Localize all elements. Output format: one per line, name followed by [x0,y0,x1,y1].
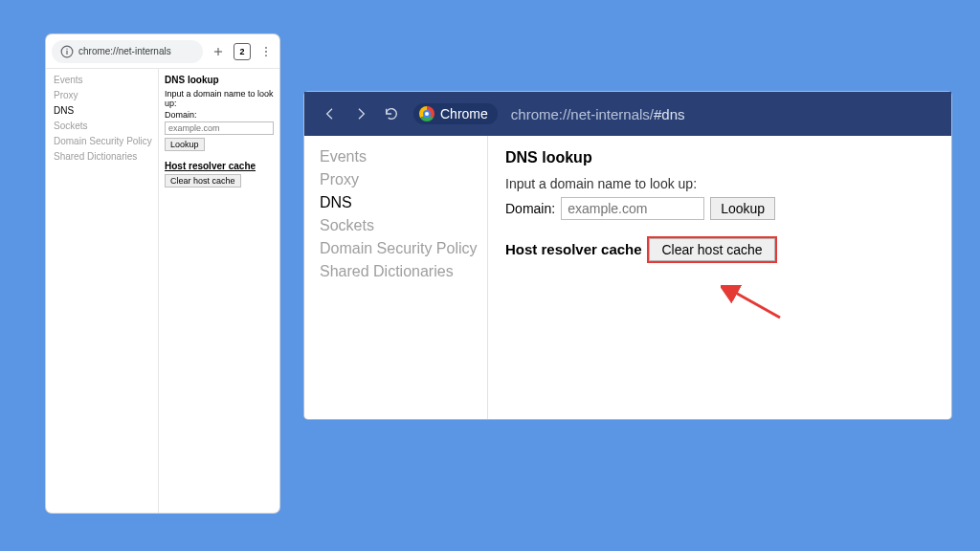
sidebar: Events Proxy DNS Sockets Domain Security… [304,136,488,419]
sidebar-item-proxy[interactable]: Proxy [50,88,158,103]
domain-label: Domain: [505,201,555,216]
browser-window-large: Chrome chrome://net-internals/#dns Event… [304,92,951,419]
sidebar-item-dns[interactable]: DNS [320,191,487,214]
clear-host-cache-button[interactable]: Clear host cache [165,174,241,187]
sidebar-item-proxy[interactable]: Proxy [320,168,487,191]
sidebar-item-sockets[interactable]: Sockets [320,214,487,237]
kebab-menu-icon[interactable] [258,44,274,59]
tab-bar: chrome://net-internals 2 [46,34,279,69]
host-resolver-cache-heading: Host resolver cache [165,161,274,171]
info-icon [59,44,75,59]
window-body: Events Proxy DNS Sockets Domain Security… [304,136,951,419]
back-button[interactable] [322,105,339,122]
forward-button[interactable] [352,105,369,122]
chrome-top-bar: Chrome chrome://net-internals/#dns [304,92,951,136]
svg-point-6 [265,51,267,53]
sidebar-item-shared-dictionaries[interactable]: Shared Dictionaries [320,260,487,283]
svg-point-7 [265,55,267,56]
host-resolver-cache-heading: Host resolver cache [505,241,642,257]
sidebar-item-domain-security-policy[interactable]: Domain Security Policy [50,134,158,149]
browser-window-small: chrome://net-internals 2 Events Proxy DN… [46,34,279,513]
sidebar-item-sockets[interactable]: Sockets [50,119,158,134]
chrome-chip-label: Chrome [440,106,488,121]
address-bar[interactable]: chrome://net-internals/#dns [511,106,685,122]
window-body: Events Proxy DNS Sockets Domain Security… [46,69,279,513]
dns-lookup-instruction: Input a domain name to look up: [165,89,274,108]
clear-host-cache-button[interactable]: Clear host cache [649,238,774,261]
address-bar[interactable]: chrome://net-internals [52,40,203,63]
sidebar-item-events[interactable]: Events [50,73,158,88]
tab-count-button[interactable]: 2 [234,43,251,60]
sidebar-item-events[interactable]: Events [320,145,487,168]
sidebar: Events Proxy DNS Sockets Domain Security… [46,69,159,513]
sidebar-item-domain-security-policy[interactable]: Domain Security Policy [320,237,487,260]
svg-point-5 [265,46,267,48]
domain-input[interactable] [165,121,274,135]
chrome-chip: Chrome [413,103,498,124]
dns-lookup-heading: DNS lookup [505,149,934,166]
lookup-button[interactable]: Lookup [710,197,775,220]
url-base: chrome://net-internals/ [511,106,654,122]
main-pane: DNS lookup Input a domain name to look u… [159,69,279,513]
domain-label: Domain: [165,110,274,120]
dns-lookup-instruction: Input a domain name to look up: [505,176,934,191]
domain-input[interactable] [561,197,704,220]
new-tab-button[interactable] [211,44,226,59]
url-text: chrome://net-internals [78,46,171,56]
sidebar-item-shared-dictionaries[interactable]: Shared Dictionaries [50,149,158,165]
main-pane: DNS lookup Input a domain name to look u… [488,136,951,419]
sidebar-item-dns[interactable]: DNS [50,103,158,119]
reload-button[interactable] [383,105,400,122]
svg-point-2 [66,48,67,49]
dns-lookup-heading: DNS lookup [165,75,274,85]
url-fragment: #dns [654,106,685,122]
lookup-button[interactable]: Lookup [165,138,205,151]
chrome-logo-icon [419,106,434,121]
